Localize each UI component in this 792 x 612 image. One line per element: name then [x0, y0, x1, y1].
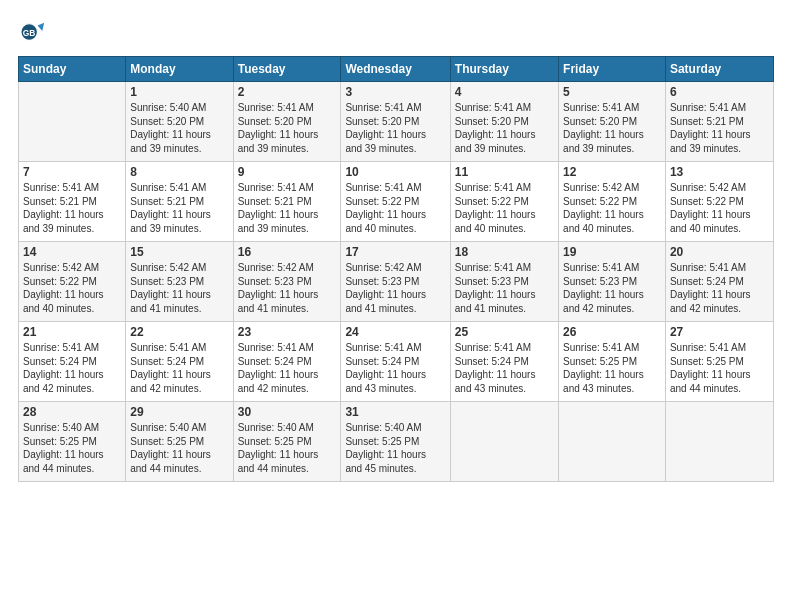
day-number: 22 [130, 325, 228, 339]
calendar-cell: 22Sunrise: 5:41 AMSunset: 5:24 PMDayligh… [126, 322, 233, 402]
day-info: Sunrise: 5:42 AMSunset: 5:22 PMDaylight:… [563, 181, 661, 235]
week-row-3: 21Sunrise: 5:41 AMSunset: 5:24 PMDayligh… [19, 322, 774, 402]
calendar-cell: 18Sunrise: 5:41 AMSunset: 5:23 PMDayligh… [450, 242, 558, 322]
day-info: Sunrise: 5:41 AMSunset: 5:20 PMDaylight:… [563, 101, 661, 155]
calendar-cell: 2Sunrise: 5:41 AMSunset: 5:20 PMDaylight… [233, 82, 341, 162]
day-number: 20 [670, 245, 769, 259]
day-info: Sunrise: 5:41 AMSunset: 5:24 PMDaylight:… [670, 261, 769, 315]
calendar-cell: 5Sunrise: 5:41 AMSunset: 5:20 PMDaylight… [559, 82, 666, 162]
day-number: 2 [238, 85, 337, 99]
calendar-cell: 12Sunrise: 5:42 AMSunset: 5:22 PMDayligh… [559, 162, 666, 242]
day-info: Sunrise: 5:40 AMSunset: 5:25 PMDaylight:… [23, 421, 121, 475]
day-info: Sunrise: 5:42 AMSunset: 5:22 PMDaylight:… [670, 181, 769, 235]
calendar-cell: 26Sunrise: 5:41 AMSunset: 5:25 PMDayligh… [559, 322, 666, 402]
calendar-cell: 29Sunrise: 5:40 AMSunset: 5:25 PMDayligh… [126, 402, 233, 482]
header: GB [18, 18, 774, 46]
day-info: Sunrise: 5:41 AMSunset: 5:21 PMDaylight:… [23, 181, 121, 235]
day-number: 1 [130, 85, 228, 99]
calendar-cell: 23Sunrise: 5:41 AMSunset: 5:24 PMDayligh… [233, 322, 341, 402]
day-number: 24 [345, 325, 445, 339]
calendar-cell [19, 82, 126, 162]
day-info: Sunrise: 5:40 AMSunset: 5:25 PMDaylight:… [130, 421, 228, 475]
day-number: 30 [238, 405, 337, 419]
svg-text:GB: GB [23, 28, 36, 38]
calendar-page: GB SundayMondayTuesdayWednesdayThursdayF… [0, 0, 792, 612]
day-number: 8 [130, 165, 228, 179]
weekday-header-sunday: Sunday [19, 57, 126, 82]
day-info: Sunrise: 5:41 AMSunset: 5:24 PMDaylight:… [345, 341, 445, 395]
calendar-cell: 19Sunrise: 5:41 AMSunset: 5:23 PMDayligh… [559, 242, 666, 322]
day-number: 14 [23, 245, 121, 259]
day-number: 12 [563, 165, 661, 179]
weekday-header-thursday: Thursday [450, 57, 558, 82]
weekday-header-friday: Friday [559, 57, 666, 82]
calendar-cell: 21Sunrise: 5:41 AMSunset: 5:24 PMDayligh… [19, 322, 126, 402]
logo: GB [18, 18, 50, 46]
day-number: 23 [238, 325, 337, 339]
day-info: Sunrise: 5:40 AMSunset: 5:25 PMDaylight:… [238, 421, 337, 475]
day-info: Sunrise: 5:41 AMSunset: 5:20 PMDaylight:… [345, 101, 445, 155]
day-info: Sunrise: 5:40 AMSunset: 5:25 PMDaylight:… [345, 421, 445, 475]
calendar-cell: 28Sunrise: 5:40 AMSunset: 5:25 PMDayligh… [19, 402, 126, 482]
calendar-cell: 13Sunrise: 5:42 AMSunset: 5:22 PMDayligh… [665, 162, 773, 242]
day-number: 4 [455, 85, 554, 99]
day-info: Sunrise: 5:42 AMSunset: 5:23 PMDaylight:… [130, 261, 228, 315]
day-number: 17 [345, 245, 445, 259]
calendar-cell: 11Sunrise: 5:41 AMSunset: 5:22 PMDayligh… [450, 162, 558, 242]
calendar-cell: 15Sunrise: 5:42 AMSunset: 5:23 PMDayligh… [126, 242, 233, 322]
day-info: Sunrise: 5:41 AMSunset: 5:24 PMDaylight:… [238, 341, 337, 395]
day-info: Sunrise: 5:41 AMSunset: 5:22 PMDaylight:… [345, 181, 445, 235]
day-info: Sunrise: 5:42 AMSunset: 5:23 PMDaylight:… [238, 261, 337, 315]
calendar-cell: 6Sunrise: 5:41 AMSunset: 5:21 PMDaylight… [665, 82, 773, 162]
day-number: 29 [130, 405, 228, 419]
calendar-cell: 25Sunrise: 5:41 AMSunset: 5:24 PMDayligh… [450, 322, 558, 402]
day-info: Sunrise: 5:41 AMSunset: 5:24 PMDaylight:… [455, 341, 554, 395]
day-number: 19 [563, 245, 661, 259]
day-number: 5 [563, 85, 661, 99]
calendar-cell: 24Sunrise: 5:41 AMSunset: 5:24 PMDayligh… [341, 322, 450, 402]
day-number: 26 [563, 325, 661, 339]
day-number: 16 [238, 245, 337, 259]
calendar-cell: 16Sunrise: 5:42 AMSunset: 5:23 PMDayligh… [233, 242, 341, 322]
day-info: Sunrise: 5:42 AMSunset: 5:22 PMDaylight:… [23, 261, 121, 315]
day-number: 10 [345, 165, 445, 179]
day-number: 21 [23, 325, 121, 339]
calendar-cell: 10Sunrise: 5:41 AMSunset: 5:22 PMDayligh… [341, 162, 450, 242]
weekday-header-saturday: Saturday [665, 57, 773, 82]
calendar-table: SundayMondayTuesdayWednesdayThursdayFrid… [18, 56, 774, 482]
day-number: 3 [345, 85, 445, 99]
day-info: Sunrise: 5:41 AMSunset: 5:25 PMDaylight:… [563, 341, 661, 395]
day-number: 6 [670, 85, 769, 99]
week-row-1: 7Sunrise: 5:41 AMSunset: 5:21 PMDaylight… [19, 162, 774, 242]
calendar-cell: 17Sunrise: 5:42 AMSunset: 5:23 PMDayligh… [341, 242, 450, 322]
calendar-cell: 1Sunrise: 5:40 AMSunset: 5:20 PMDaylight… [126, 82, 233, 162]
day-number: 25 [455, 325, 554, 339]
day-info: Sunrise: 5:41 AMSunset: 5:21 PMDaylight:… [130, 181, 228, 235]
day-info: Sunrise: 5:41 AMSunset: 5:21 PMDaylight:… [670, 101, 769, 155]
calendar-cell: 14Sunrise: 5:42 AMSunset: 5:22 PMDayligh… [19, 242, 126, 322]
day-number: 31 [345, 405, 445, 419]
calendar-cell: 27Sunrise: 5:41 AMSunset: 5:25 PMDayligh… [665, 322, 773, 402]
day-number: 27 [670, 325, 769, 339]
day-number: 15 [130, 245, 228, 259]
calendar-cell [559, 402, 666, 482]
calendar-cell [665, 402, 773, 482]
weekday-header-tuesday: Tuesday [233, 57, 341, 82]
calendar-cell: 3Sunrise: 5:41 AMSunset: 5:20 PMDaylight… [341, 82, 450, 162]
day-number: 18 [455, 245, 554, 259]
day-info: Sunrise: 5:41 AMSunset: 5:21 PMDaylight:… [238, 181, 337, 235]
calendar-cell: 30Sunrise: 5:40 AMSunset: 5:25 PMDayligh… [233, 402, 341, 482]
calendar-cell: 7Sunrise: 5:41 AMSunset: 5:21 PMDaylight… [19, 162, 126, 242]
calendar-cell: 4Sunrise: 5:41 AMSunset: 5:20 PMDaylight… [450, 82, 558, 162]
day-info: Sunrise: 5:41 AMSunset: 5:25 PMDaylight:… [670, 341, 769, 395]
logo-icon: GB [18, 18, 46, 46]
day-info: Sunrise: 5:42 AMSunset: 5:23 PMDaylight:… [345, 261, 445, 315]
day-number: 13 [670, 165, 769, 179]
day-info: Sunrise: 5:41 AMSunset: 5:20 PMDaylight:… [455, 101, 554, 155]
day-number: 28 [23, 405, 121, 419]
day-info: Sunrise: 5:41 AMSunset: 5:20 PMDaylight:… [238, 101, 337, 155]
calendar-cell: 8Sunrise: 5:41 AMSunset: 5:21 PMDaylight… [126, 162, 233, 242]
day-number: 11 [455, 165, 554, 179]
day-info: Sunrise: 5:41 AMSunset: 5:24 PMDaylight:… [23, 341, 121, 395]
weekday-header-monday: Monday [126, 57, 233, 82]
